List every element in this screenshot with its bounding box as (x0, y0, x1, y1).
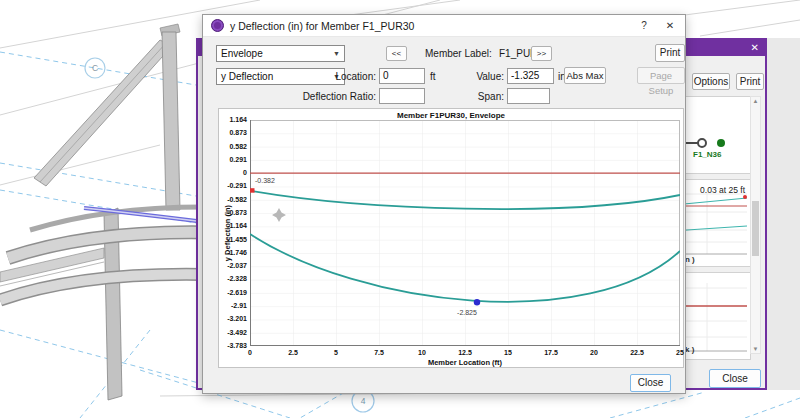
window-close-button[interactable]: Close (709, 369, 761, 388)
plot-type-value: y Deflection (221, 71, 273, 82)
tick-label: 20 (584, 349, 604, 356)
options-button[interactable]: Options (692, 73, 730, 90)
annotation-min-value: -2.825 (447, 309, 487, 316)
scrollbar-thumb[interactable] (752, 201, 759, 256)
chart-title: Member F1PUR30, Envelope (219, 111, 683, 120)
deflection-dialog: y Deflection (in) for Member F1_PUR30 ? … (202, 14, 686, 394)
tick-label: -3.201 (227, 315, 247, 323)
node-label: F1_N36 (693, 150, 721, 159)
tick-label: -1.164 (227, 222, 247, 230)
tick-label: -2.037 (227, 262, 247, 270)
close-icon[interactable]: ✕ (661, 18, 679, 34)
deflection-chart-panel: Member F1PUR30, Envelope y Deflection (i… (218, 108, 684, 368)
scroll-down-icon[interactable]: ▼ (751, 346, 760, 352)
next-member-button[interactable]: >> (531, 46, 552, 61)
dialog-title: y Deflection (in) for Member F1_PUR30 (230, 20, 414, 32)
location-unit: ft (430, 71, 436, 82)
svg-text:4: 4 (361, 396, 366, 406)
annotation-start-value: -0.382 (255, 177, 275, 184)
x-axis-ticks: 02.557.51012.51517.52022.525 (240, 349, 690, 356)
value-caption: Value: (461, 71, 504, 82)
print-button-window[interactable]: Print (736, 73, 764, 90)
window-scrollbar[interactable]: ▲ ▼ (750, 96, 761, 354)
page-setup-button[interactable]: Page Setup (637, 67, 685, 84)
print-button[interactable]: Print (655, 44, 685, 62)
node-circle-icon (697, 138, 707, 148)
tick-label: 0.291 (229, 156, 247, 164)
tick-label: 7.5 (369, 349, 389, 356)
tick-label: 1.164 (229, 116, 247, 124)
tick-label: 22.5 (627, 349, 647, 356)
tick-label: -0.582 (227, 196, 247, 204)
help-icon[interactable]: ? (635, 18, 653, 34)
deflection-ratio-caption: Deflection Ratio: (283, 91, 376, 102)
tick-label: 12.5 (455, 349, 475, 356)
tick-label: -2.91 (231, 302, 247, 310)
start-value-marker (250, 188, 255, 193)
tick-label: 2.5 (283, 349, 303, 356)
location-input[interactable]: 0 (379, 68, 425, 84)
tick-label: -2.619 (227, 289, 247, 297)
tick-label: 0.873 (229, 129, 247, 137)
tick-label: 0 (240, 349, 260, 356)
location-caption: Location: (313, 71, 376, 82)
result-set-combobox[interactable]: Envelope ▼ (216, 45, 345, 62)
dialog-close-button[interactable]: Close (630, 374, 671, 392)
svg-text:C: C (92, 63, 98, 73)
tick-label: -0.291 (227, 182, 247, 190)
value-input[interactable]: -1.325 (507, 68, 554, 84)
close-icon[interactable]: ✕ (751, 41, 759, 55)
tick-label: -1.746 (227, 249, 247, 257)
member-label-caption: Member Label: (425, 48, 492, 59)
grid-bubble-c: C (85, 58, 105, 78)
span-input[interactable] (507, 88, 550, 104)
y-axis-ticks: 1.1640.8730.5820.2910-0.291-0.582-0.873-… (219, 116, 247, 350)
tick-label: 17.5 (541, 349, 561, 356)
result-set-value: Envelope (221, 48, 263, 59)
app-icon (211, 19, 224, 32)
tick-label: 5 (326, 349, 346, 356)
span-caption: Span: (469, 91, 504, 102)
prev-member-button[interactable]: << (386, 46, 407, 61)
tick-label: 25 (670, 349, 690, 356)
chevron-down-icon: ▼ (333, 46, 340, 61)
x-axis-title: Member Location (ft) (250, 358, 680, 367)
deflection-ratio-input[interactable] (379, 88, 425, 104)
tick-label: 0 (243, 169, 247, 177)
tick-label: -1.455 (227, 236, 247, 244)
dialog-titlebar[interactable]: y Deflection (in) for Member F1_PUR30 ? … (203, 15, 685, 37)
app-background-strip (767, 38, 800, 390)
tick-label: -3.492 (227, 329, 247, 337)
tick-label: -2.328 (227, 275, 247, 283)
scroll-up-icon[interactable]: ▲ (751, 98, 760, 104)
tick-label: -0.873 (227, 209, 247, 217)
tick-label: 10 (412, 349, 432, 356)
clipped-axis-label-1: n ) (685, 255, 695, 264)
tick-label: 0.582 (229, 143, 247, 151)
node-dot-icon (717, 139, 725, 147)
tick-label: 15 (498, 349, 518, 356)
application-stage: C 4 ✕ Options Print F1_N36 (0, 0, 800, 418)
min-value-marker[interactable] (474, 299, 480, 305)
abs-max-button[interactable]: Abs Max (564, 67, 606, 84)
